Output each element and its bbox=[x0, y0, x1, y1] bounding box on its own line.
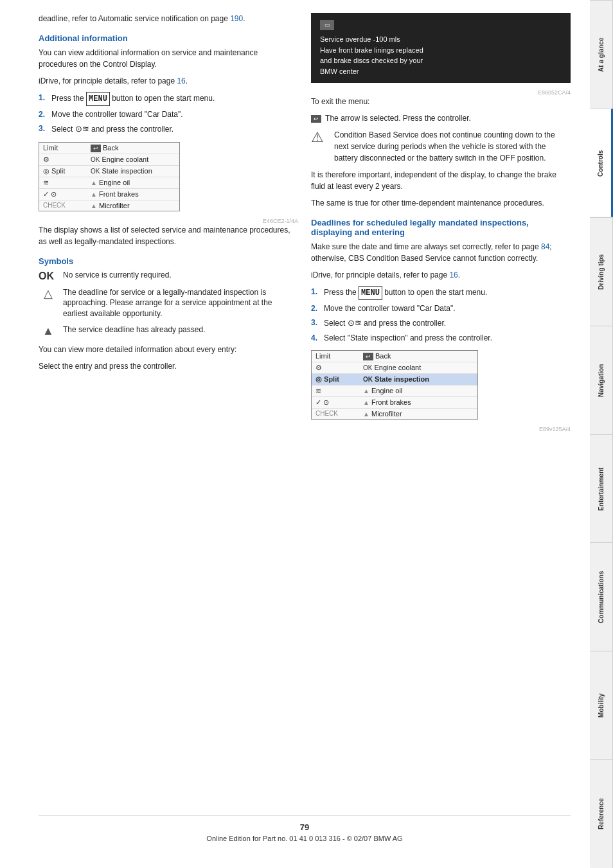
more-info-text2: Select the entry and press the controlle… bbox=[39, 360, 298, 372]
step-3-right: 3. Select ⊙≋ and press the controller. bbox=[311, 317, 571, 330]
page-link-84[interactable]: 84 bbox=[541, 242, 549, 251]
additional-info-text1: You can view additional information on s… bbox=[39, 47, 298, 70]
symbol-triangle-approaching: △ The deadline for service or a legally-… bbox=[39, 287, 298, 319]
menu2-row-engine-oil: ≋ ▲ Engine oil bbox=[312, 385, 477, 397]
tab-driving-tips[interactable]: Driving tips bbox=[590, 217, 613, 326]
menu2-row-engine-coolant: ⚙ OK Engine coolant bbox=[312, 362, 477, 374]
overdue-line-2: Have front brake linings replaced bbox=[320, 45, 562, 56]
menu-row-state-inspection: ◎ Split OK State inspection bbox=[39, 166, 179, 177]
tab-navigation[interactable]: Navigation bbox=[590, 326, 613, 434]
page-footer: 79 Online Edition for Part no. 01 41 0 0… bbox=[39, 815, 571, 842]
two-col-layout: deadline, refer to Automatic service not… bbox=[39, 13, 571, 802]
footer-text: Online Edition for Part no. 01 41 0 013 … bbox=[39, 835, 571, 842]
tab-at-a-glance[interactable]: At a glance bbox=[590, 0, 613, 109]
right-column: ▭ Service overdue -100 mls Have front br… bbox=[311, 13, 571, 802]
page-link-190[interactable]: 190 bbox=[230, 14, 243, 23]
warning-box: ⚠ Condition Based Service does not conti… bbox=[311, 129, 571, 164]
img-watermark-right-2: E89v125A/4 bbox=[311, 426, 571, 432]
menu-button-label: MENU bbox=[86, 92, 110, 106]
service-overdue-box: ▭ Service overdue -100 mls Have front br… bbox=[311, 13, 571, 83]
steps-list-right: 1. Press the MENU button to open the sta… bbox=[311, 286, 571, 344]
tab-controls[interactable]: Controls bbox=[590, 109, 613, 217]
time-dependent-text: The same is true for other time-dependen… bbox=[311, 197, 571, 209]
additional-info-heading: Additional information bbox=[39, 33, 298, 43]
menu-row-front-brakes: ✓ ⊙ ▲ Front brakes bbox=[39, 189, 179, 200]
img-watermark-1: E46CE2-1/4A bbox=[39, 218, 298, 224]
deadlines-heading: Deadlines for scheduled legally mandated… bbox=[311, 218, 571, 237]
steps-list-left: 1. Press the MENU button to open the sta… bbox=[39, 92, 298, 136]
step-3-left: 3. Select ⊙≋ and press the controller. bbox=[39, 123, 298, 136]
exit-menu-instruction: ↩ The arrow is selected. Press the contr… bbox=[311, 112, 571, 124]
menu2-row-front-brakes: ✓ ⊙ ▲ Front brakes bbox=[312, 397, 477, 409]
side-tabs: At a glance Controls Driving tips Naviga… bbox=[590, 0, 613, 868]
tab-reference[interactable]: Reference bbox=[590, 759, 613, 868]
warning-triangle-icon: ⚠ bbox=[311, 129, 329, 146]
overdue-line-1: Service overdue -100 mls bbox=[320, 34, 562, 45]
step-4-right: 4. Select "State inspection" and press t… bbox=[311, 332, 571, 344]
page-number: 79 bbox=[39, 822, 571, 832]
menu-button-label-r: MENU bbox=[359, 286, 382, 300]
more-info-text1: You can view more detailed information a… bbox=[39, 344, 298, 355]
main-content: deadline, refer to Automatic service not… bbox=[0, 0, 590, 868]
exit-menu-text: To exit the menu: bbox=[311, 96, 571, 107]
menu-row-microfilter: CHECK ▲ Microfilter bbox=[39, 200, 179, 211]
back-arrow-icon-2: ↩ bbox=[363, 353, 373, 360]
brake-fluid-text: It is therefore important, independent o… bbox=[311, 169, 571, 192]
warning-text: Condition Based Service does not continu… bbox=[334, 129, 571, 164]
menu-row-engine-oil: ≋ ▲ Engine oil bbox=[39, 177, 179, 189]
deadlines-intro: Make sure the date and time are always s… bbox=[311, 241, 571, 264]
tab-mobility[interactable]: Mobility bbox=[590, 651, 613, 759]
menu-row-engine-coolant: ⚙ OK Engine coolant bbox=[39, 154, 179, 166]
intro-text: deadline, refer to Automatic service not… bbox=[39, 13, 298, 24]
page-link-16-left[interactable]: 16 bbox=[177, 76, 185, 85]
additional-info-idrive: iDrive, for principle details, refer to … bbox=[39, 75, 298, 87]
menu2-row-state-inspection: ◎ Split OK State inspection bbox=[312, 374, 477, 385]
step-1-left: 1. Press the MENU button to open the sta… bbox=[39, 92, 298, 106]
menu-row-limit: Limit ↩Back bbox=[39, 143, 179, 154]
menu2-row-microfilter: CHECK ▲ Microfilter bbox=[312, 409, 477, 419]
overdue-line-3: and brake discs checked by your bbox=[320, 55, 562, 66]
tab-communications[interactable]: Communications bbox=[590, 542, 613, 651]
step-2-right: 2. Move the controller toward "Car Data"… bbox=[311, 303, 571, 314]
back-arrow-icon: ↩ bbox=[91, 145, 101, 152]
deadlines-idrive: iDrive, for principle details, refer to … bbox=[311, 269, 571, 281]
back-arrow-exit: ↩ bbox=[311, 115, 321, 123]
step-2-left: 2. Move the controller toward "Car Data"… bbox=[39, 109, 298, 120]
page-link-16-right[interactable]: 16 bbox=[449, 270, 458, 279]
overdue-line-4: BMW center bbox=[320, 66, 562, 77]
display-desc: The display shows a list of selected ser… bbox=[39, 224, 298, 247]
left-column: deadline, refer to Automatic service not… bbox=[39, 13, 298, 802]
symbols-heading: Symbols bbox=[39, 256, 298, 266]
car-menu-box-2: Limit ↩Back ⚙ OK Engine coolant ◎ Split … bbox=[311, 350, 478, 420]
symbol-triangle-passed: ▲ The service deadline has already passe… bbox=[39, 324, 298, 339]
page-container: deadline, refer to Automatic service not… bbox=[0, 0, 613, 868]
symbol-ok: OK No service is currently required. bbox=[39, 270, 298, 282]
car-menu-box-1: Limit ↩Back ⚙ OK Engine coolant ◎ Split … bbox=[39, 142, 180, 211]
tab-entertainment[interactable]: Entertainment bbox=[590, 434, 613, 543]
img-watermark-right-1: E86052CA/4 bbox=[311, 89, 571, 96]
step-1-right: 1. Press the MENU button to open the sta… bbox=[311, 286, 571, 300]
menu2-row-limit: Limit ↩Back bbox=[312, 351, 477, 362]
overdue-icon: ▭ bbox=[320, 20, 334, 30]
